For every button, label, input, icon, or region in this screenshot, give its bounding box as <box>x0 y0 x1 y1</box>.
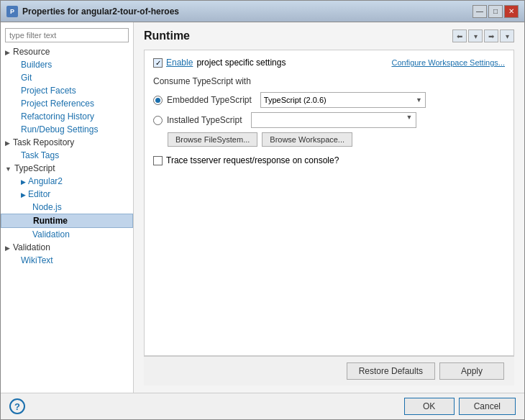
sidebar-item-builders[interactable]: Builders <box>1 58 133 71</box>
sidebar-item-task-repository[interactable]: ▶Task Repository <box>1 136 133 149</box>
sidebar-item-refactoring-history[interactable]: Refactoring History <box>1 110 133 123</box>
ok-button[interactable]: OK <box>404 398 455 415</box>
dialog-footer: ? OK Cancel <box>1 393 524 419</box>
help-button[interactable]: ? <box>9 398 25 414</box>
embedded-radio[interactable] <box>153 96 163 105</box>
embedded-typescript-row: Embedded TypeScript TypeScript (2.0.6) ▼ <box>153 92 505 108</box>
filter-input[interactable] <box>5 28 129 42</box>
panel-header: Runtime ⬅ ▾ ➡ ▾ <box>144 29 514 42</box>
sidebar-item-typescript[interactable]: ▼TypeScript <box>1 162 133 175</box>
enable-left: ✓ Enable project specific settings <box>153 58 286 68</box>
back-button[interactable]: ⬅ <box>452 29 467 42</box>
sidebar-item-validation[interactable]: ▶Validation <box>1 241 133 254</box>
dialog-icon: P <box>6 6 18 17</box>
minimize-button[interactable]: — <box>472 5 487 18</box>
installed-typescript-dropdown[interactable]: ▼ <box>251 112 416 128</box>
sidebar-item-nodejs[interactable]: Node.js <box>1 201 133 214</box>
footer-action-buttons: OK Cancel <box>404 398 516 415</box>
enable-label: Enable <box>166 58 193 68</box>
restore-defaults-button[interactable]: Restore Defaults <box>347 362 435 380</box>
consume-label: Consume TypeScript with <box>153 76 505 86</box>
properties-dialog: P Properties for angular2-tour-of-heroes… <box>0 0 525 420</box>
settings-area: ✓ Enable project specific settings Confi… <box>144 50 514 356</box>
sidebar-item-project-references[interactable]: Project References <box>1 97 133 110</box>
browse-filesystem-button[interactable]: Browse FileSystem... <box>168 132 257 147</box>
sidebar-item-task-tags[interactable]: Task Tags <box>1 149 133 162</box>
back-dropdown-button[interactable]: ▾ <box>468 29 483 42</box>
cancel-button[interactable]: Cancel <box>459 398 516 415</box>
sidebar-item-run-debug-settings[interactable]: Run/Debug Settings <box>1 123 133 136</box>
enable-row: ✓ Enable project specific settings Confi… <box>153 58 505 68</box>
typescript-version-dropdown[interactable]: TypeScript (2.0.6) ▼ <box>260 92 426 108</box>
trace-checkbox[interactable] <box>153 156 163 165</box>
sidebar-item-runtime[interactable]: Runtime <box>1 214 133 228</box>
maximize-button[interactable]: □ <box>488 5 503 18</box>
panel-bottom-buttons: Restore Defaults Apply <box>144 356 514 385</box>
embedded-label: Embedded TypeScript <box>167 95 252 105</box>
apply-button[interactable]: Apply <box>439 362 504 380</box>
title-bar: P Properties for angular2-tour-of-heroes… <box>1 1 524 22</box>
enable-checkbox[interactable]: ✓ <box>153 58 163 68</box>
dropdown-arrow: ▼ <box>416 96 422 104</box>
installed-typescript-row: Installed TypeScript ▼ <box>153 112 505 128</box>
browse-row: Browse FileSystem... Browse Workspace... <box>168 132 505 147</box>
sidebar-item-validation-ts[interactable]: Validation <box>1 228 133 241</box>
forward-dropdown-button[interactable]: ▾ <box>500 29 514 42</box>
dropdown-empty-arrow: ▼ <box>406 114 413 121</box>
sidebar-item-project-facets[interactable]: Project Facets <box>1 84 133 97</box>
configure-workspace-link[interactable]: Configure Workspace Settings... <box>391 58 505 67</box>
installed-label: Installed TypeScript <box>167 115 242 125</box>
main-content: ▶Resource Builders Git Project Facets Pr… <box>1 22 524 393</box>
trace-row: Trace tsserver request/response on conso… <box>153 155 505 165</box>
window-controls: — □ ✕ <box>472 5 519 18</box>
panel-title: Runtime <box>144 29 190 42</box>
sidebar-item-wikitext[interactable]: WikiText <box>1 254 133 267</box>
typescript-version-text: TypeScript (2.0.6) <box>264 96 327 104</box>
sidebar-item-git[interactable]: Git <box>1 71 133 84</box>
sidebar-item-editor[interactable]: ▶Editor <box>1 188 133 201</box>
right-panel: Runtime ⬅ ▾ ➡ ▾ ✓ Enable project specifi… <box>134 22 524 393</box>
dialog-title: Properties for angular2-tour-of-heroes <box>22 6 472 17</box>
sidebar-item-angular2[interactable]: ▶Angular2 <box>1 175 133 188</box>
browse-workspace-button[interactable]: Browse Workspace... <box>262 132 352 147</box>
trace-label: Trace tsserver request/response on conso… <box>166 155 339 165</box>
sidebar: ▶Resource Builders Git Project Facets Pr… <box>1 22 134 393</box>
installed-radio[interactable] <box>153 116 163 125</box>
forward-button[interactable]: ➡ <box>484 29 498 42</box>
enable-suffix: project specific settings <box>196 58 286 68</box>
close-button[interactable]: ✕ <box>504 5 519 18</box>
sidebar-item-resource[interactable]: ▶Resource <box>1 45 133 58</box>
panel-toolbar: ⬅ ▾ ➡ ▾ <box>452 29 514 42</box>
